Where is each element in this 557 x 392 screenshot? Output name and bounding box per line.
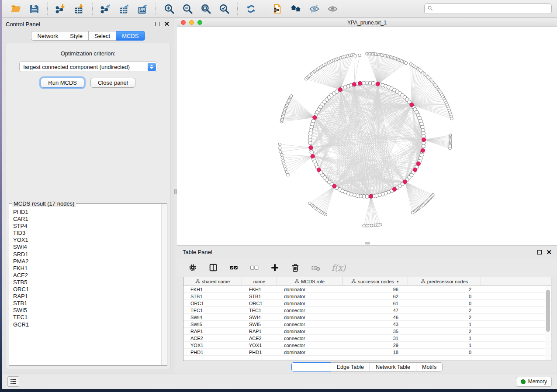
table-toolbar: f(x): [177, 258, 557, 277]
run-mcds-button[interactable]: Run MCDS: [41, 78, 84, 88]
mcds-result-item[interactable]: SWI4: [13, 244, 161, 251]
table-cell: 47: [343, 308, 408, 313]
tab-edge-table[interactable]: Edge Table: [331, 362, 370, 371]
table-scrollbar[interactable]: [545, 286, 550, 360]
add-column-icon[interactable]: [270, 262, 280, 273]
table-cell: ACE2: [183, 336, 242, 341]
mcds-result-item[interactable]: ORC1: [13, 286, 161, 293]
status-bar: Memory: [2, 374, 557, 389]
panel-splitter[interactable]: [174, 18, 177, 374]
mcds-result-item[interactable]: CAR1: [13, 216, 161, 223]
table-row[interactable]: RAP1RAP1dominator352: [183, 328, 551, 335]
table-cell: RAP1: [242, 329, 277, 334]
import-network-icon[interactable]: [54, 2, 67, 15]
table-cell: 1: [408, 322, 481, 327]
mcds-result-item[interactable]: SWI5: [13, 307, 161, 314]
deselect-all-checkboxes-icon[interactable]: [249, 262, 259, 273]
show-graphics-details-icon[interactable]: [326, 2, 339, 15]
table-row[interactable]: ACE2ACE2connector311: [183, 335, 551, 342]
mcds-result-item[interactable]: STP4: [13, 223, 161, 230]
table-cell: ACE2: [242, 336, 277, 341]
search-box[interactable]: [424, 3, 552, 14]
save-session-icon[interactable]: [28, 2, 41, 15]
delete-column-icon[interactable]: [290, 262, 301, 273]
select-all-checkboxes-icon[interactable]: [228, 262, 239, 273]
mcds-result-item[interactable]: TID3: [13, 230, 161, 237]
memory-button[interactable]: Memory: [516, 377, 552, 387]
table-row[interactable]: FKH1FKH1dominator962: [183, 286, 551, 293]
mcds-result-item[interactable]: SRD1: [13, 251, 161, 258]
tab-select[interactable]: Select: [89, 31, 116, 41]
table-row[interactable]: ORC1ORC1dominator610: [183, 300, 551, 307]
result-list-scrollbar[interactable]: [161, 204, 167, 365]
share-document-icon[interactable]: [271, 2, 284, 15]
tab-style[interactable]: Style: [64, 31, 89, 41]
close-panel-icon[interactable]: ✕: [164, 22, 170, 26]
network-graph[interactable]: [177, 27, 557, 246]
close-table-panel-icon[interactable]: ✕: [546, 250, 552, 254]
tab-mcds[interactable]: MCDS: [116, 31, 145, 41]
table-cell: STB1: [242, 294, 277, 299]
table-cell: 31: [343, 336, 408, 341]
table-cell: PHD1: [183, 350, 242, 355]
mcds-result-item[interactable]: STB5: [13, 279, 161, 286]
column-header-MCDS-role[interactable]: MCDS role: [277, 277, 343, 285]
import-table-icon[interactable]: [73, 2, 86, 15]
mcds-result-item[interactable]: GCR1: [13, 321, 161, 328]
mcds-result-list[interactable]: PHD1CAR1STP4TID3YOX1SWI4SRD1PMA2FKH1ACE2…: [9, 204, 161, 365]
mcds-result-item[interactable]: TEC1: [13, 314, 161, 321]
column-header-name[interactable]: name: [242, 277, 277, 285]
refresh-view-icon[interactable]: [244, 2, 257, 15]
column-header-predecessor-nodes[interactable]: predecessor nodes: [408, 277, 481, 285]
tab-network[interactable]: Network: [31, 31, 64, 41]
table-row[interactable]: TEC1TEC1connector472: [183, 307, 551, 314]
network-view-canvas[interactable]: [177, 27, 557, 246]
zoom-in-icon[interactable]: [163, 2, 176, 15]
mcds-result-item[interactable]: PMA2: [13, 258, 161, 265]
float-table-panel-icon[interactable]: [537, 250, 542, 254]
toolbar-separator: [156, 3, 156, 15]
table-row[interactable]: PHD1PHD1dominator180: [183, 349, 551, 356]
table-row[interactable]: STB1STB1dominator620: [183, 293, 551, 300]
split-panel-icon[interactable]: [208, 262, 218, 273]
export-network-icon[interactable]: [99, 2, 112, 15]
table-cell: ORC1: [242, 301, 277, 306]
network-hscroll-thumb[interactable]: [365, 242, 370, 244]
table-row[interactable]: YOX1YOX1connector291: [183, 342, 551, 349]
task-history-button[interactable]: [7, 376, 19, 387]
table-cell: RAP1: [183, 329, 242, 334]
float-panel-icon[interactable]: [155, 22, 159, 26]
tab-motifs[interactable]: Motifs: [416, 362, 443, 371]
export-table-icon[interactable]: [118, 2, 131, 15]
table-row[interactable]: SWI4SWI4dominator462: [183, 314, 551, 321]
zoom-selected-icon[interactable]: [218, 2, 231, 15]
mcds-result-item[interactable]: RAP1: [13, 293, 161, 300]
column-header-shared-name[interactable]: shared name: [183, 277, 242, 285]
network-home-icon[interactable]: [289, 2, 302, 15]
close-panel-button[interactable]: Close panel: [90, 78, 135, 88]
table-row[interactable]: SWI5SWI5connector431: [183, 321, 551, 328]
tab-node-table[interactable]: Node Table: [291, 362, 331, 371]
column-header-successor-nodes[interactable]: successor nodes▾: [343, 277, 408, 285]
table-cell: dominator: [277, 350, 343, 355]
table-cell: TEC1: [242, 308, 277, 313]
mcds-result-item[interactable]: STB1: [13, 300, 161, 307]
mcds-result-item[interactable]: PHD1: [13, 209, 161, 216]
table-cell: 62: [343, 294, 408, 299]
open-file-icon[interactable]: [9, 2, 22, 15]
search-input[interactable]: [435, 6, 549, 12]
table-cell: STB1: [183, 294, 242, 299]
hide-graphics-details-icon[interactable]: [308, 2, 321, 15]
mcds-result-item[interactable]: FKH1: [13, 265, 161, 272]
mcds-result-item[interactable]: ACE2: [13, 272, 161, 279]
mcds-result-item[interactable]: YOX1: [13, 237, 161, 244]
optimization-criterion-select[interactable]: largest connected component (undirected): [19, 62, 157, 72]
tab-network-table[interactable]: Network Table: [370, 362, 416, 371]
export-image-icon[interactable]: [136, 2, 149, 15]
table-cell: 43: [343, 322, 408, 327]
settings-gear-icon[interactable]: [187, 262, 198, 273]
zoom-fit-icon[interactable]: [199, 2, 212, 15]
node-table: shared namenameMCDS rolesuccessor nodes▾…: [183, 277, 551, 361]
table-cell: dominator: [277, 294, 343, 299]
zoom-out-icon[interactable]: [181, 2, 194, 15]
